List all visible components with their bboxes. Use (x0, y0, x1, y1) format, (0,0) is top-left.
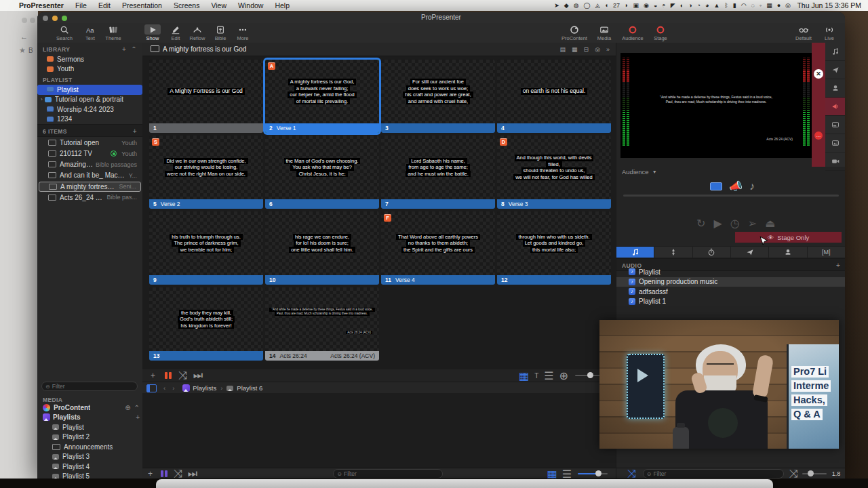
stage-button[interactable]: Stage (646, 24, 675, 41)
loop-icon[interactable]: ↻ (696, 217, 705, 230)
pause-clear-button[interactable] (165, 372, 172, 379)
playlists-add-button[interactable]: + (136, 413, 140, 421)
procontent-row[interactable]: ProContent ⊕ ⌃ (37, 403, 144, 413)
document-row[interactable]: Acts 26_24 (ACV, ASV) Bible pas... (39, 192, 141, 203)
message-clear-icon[interactable]: … (814, 131, 823, 140)
media-pause-icon[interactable] (161, 470, 167, 477)
audio-playlist-row[interactable]: ♪ Opening production music (616, 277, 845, 287)
library-add-button[interactable]: + (122, 45, 126, 53)
library-collapse-button[interactable]: ⌃ (131, 45, 137, 53)
media-playlist-row[interactable]: Playlist 3 (37, 452, 142, 462)
audience-dropdown[interactable]: Audience ▼ (622, 168, 657, 176)
audio-volume-slider[interactable] (802, 473, 827, 474)
stage-tab[interactable] (769, 246, 807, 258)
live-button[interactable]: Live (814, 24, 844, 41)
menu-item-window[interactable]: Window (238, 1, 263, 9)
record-indicator-icon[interactable]: ◎ (595, 46, 600, 53)
menu-item-file[interactable]: File (75, 1, 87, 9)
media-playlist-row[interactable]: Playlist 2 (37, 432, 142, 443)
dot-icon[interactable]: ● (777, 2, 781, 9)
search-icon[interactable]: ◦ (760, 2, 762, 9)
stage-icon[interactable] (825, 79, 845, 98)
call-icon[interactable]: ◗ (625, 2, 628, 9)
audio-bin-icon[interactable] (825, 43, 845, 61)
title-bar[interactable]: ProPresenter (37, 12, 845, 23)
macros-tab[interactable]: [M] (808, 246, 845, 258)
media-bin-filter[interactable]: ⊖ (333, 469, 443, 479)
wifi-icon[interactable]: ◠ (741, 2, 747, 9)
flash-icon[interactable]: ◬ (595, 2, 600, 9)
slide-cell-11[interactable]: FThat Word above all earthly powersno th… (381, 211, 495, 285)
chevron-right-icon[interactable]: › (41, 96, 43, 102)
items-add-button[interactable]: + (133, 127, 137, 135)
goto-icon[interactable]: ➢ (748, 217, 757, 230)
media-bin-empty[interactable] (142, 393, 616, 468)
breadcrumb-root[interactable]: Playlists (193, 384, 216, 392)
props-tab[interactable] (654, 246, 692, 258)
notify-icon[interactable]: ◤ (671, 2, 675, 9)
slide-cell-9[interactable]: his truth to triumph through us.The prin… (149, 211, 263, 285)
audio-list-view-icon[interactable]: ⤨ (789, 468, 798, 479)
sidebar-toggle-icon[interactable] (146, 384, 157, 392)
audio-filter-input[interactable] (654, 470, 780, 477)
media-filter-input[interactable] (52, 383, 134, 390)
menu-item-presentation[interactable]: Presentation (122, 1, 162, 9)
location-icon[interactable]: ➤ (554, 2, 559, 9)
globe-icon[interactable]: ⊕ (125, 404, 130, 411)
procontent-button[interactable]: ProContent (559, 24, 589, 41)
playlist-item[interactable]: Playlist (37, 85, 142, 95)
slide-cell-13[interactable]: the body they may kill,God's truth abide… (149, 287, 263, 361)
slide-cell-6[interactable]: the Man of God's own choosing.You ask wh… (265, 136, 379, 209)
view-grid-icon[interactable]: ▦ (572, 46, 578, 53)
audio-layer-icon[interactable]: ♪ (749, 180, 755, 192)
media-grid-view-button[interactable]: ▦ (547, 468, 557, 479)
menu-item-screens[interactable]: Screens (174, 1, 200, 9)
key-icon[interactable]: ◒ (654, 2, 657, 9)
gear-icon[interactable]: ◉ (644, 2, 649, 9)
lower-third-icon[interactable] (825, 116, 845, 134)
announcements-icon[interactable] (825, 98, 845, 116)
eject-icon[interactable]: ⏏ (765, 217, 775, 230)
media-button[interactable]: Media (589, 24, 619, 41)
user-icon[interactable]: ◌ (751, 2, 755, 9)
media-collapse-button[interactable]: ⌃ (134, 404, 140, 411)
audio-playlist-row[interactable]: ♪ Playlist (616, 267, 845, 277)
document-row[interactable]: Amazing Grace Bible passages (39, 160, 141, 170)
audience-preview[interactable]: "And while he made a defense by these th… (620, 53, 812, 158)
playlist-item[interactable]: Worship 4:24 2023 (37, 104, 142, 115)
audio-filter[interactable]: ⊖ (643, 469, 784, 479)
breadcrumb-current[interactable]: Playlist 6 (237, 384, 262, 392)
library-item-sermons[interactable]: Sermons (37, 54, 142, 64)
audio-progress-bar[interactable] (623, 195, 839, 197)
slide-cell-3[interactable]: For still our ancient foedoes seek to wo… (381, 60, 495, 133)
media-playlist-row[interactable]: Playlist 4 (37, 462, 142, 472)
phone-icon[interactable]: ◖ (605, 2, 608, 9)
menu-item-edit[interactable]: Edit (98, 1, 111, 9)
globe-icon[interactable]: ◐ (680, 2, 684, 9)
camera-icon[interactable] (825, 152, 845, 171)
document-row[interactable]: And can it be_ Mac 2 - [ Jerry ] Y... (39, 171, 141, 181)
nav-forward-button[interactable]: › (172, 384, 174, 392)
options-icon[interactable]: ⊕ (559, 369, 568, 382)
bluetooth-icon[interactable]: ᛒ (724, 2, 728, 9)
camera-video-feed[interactable]: Pro7 LiIntermeHacks,Q & A (599, 320, 839, 449)
grid-view-button[interactable]: ▦ (519, 369, 529, 382)
announcement-layer-icon[interactable]: 📣 (729, 180, 743, 192)
timer-icon[interactable]: ◷ (730, 217, 740, 230)
battery-count[interactable]: 27 (613, 2, 620, 9)
text-view-button[interactable]: T (534, 372, 538, 380)
slide-layer-icon[interactable] (710, 182, 722, 190)
nav-back-button[interactable]: ‹ (163, 384, 165, 392)
stage-only-button[interactable]: 👁 Stage Only (735, 232, 842, 243)
people-icon[interactable]: ▲ (713, 2, 719, 9)
ring-icon[interactable]: ◯ (584, 2, 591, 9)
slide-cell-12[interactable]: through him who with us sideth.Let goods… (497, 211, 611, 285)
playlist-item[interactable]: 1234 (37, 115, 142, 125)
play-icon[interactable]: ▶ (713, 217, 722, 230)
messages-tab[interactable] (731, 246, 769, 258)
menu-item-help[interactable]: Help (275, 1, 290, 9)
menu-item-propresenter[interactable]: ProPresenter (19, 1, 64, 9)
face-icon[interactable]: ◓ (662, 2, 665, 9)
dropbox-icon[interactable]: ◆ (564, 2, 569, 9)
media-bin-filter-input[interactable] (344, 470, 439, 477)
